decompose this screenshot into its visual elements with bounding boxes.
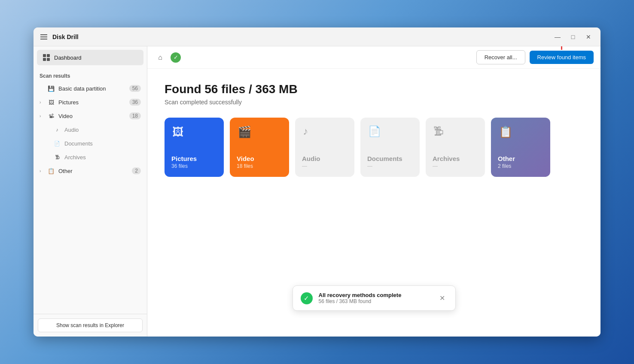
- content-header: ⌂ ✓ Recover all... Review found items: [147, 46, 600, 69]
- card-count: 18 files: [237, 163, 253, 169]
- sidebar-item-count: 36: [129, 99, 141, 106]
- sidebar-item-archives[interactable]: 🗜 Archives: [34, 150, 147, 164]
- home-icon[interactable]: ⌂: [154, 52, 166, 64]
- review-found-items-button[interactable]: Review found items: [530, 51, 594, 64]
- card-count: 36 files: [171, 163, 188, 169]
- recover-all-button[interactable]: Recover all...: [476, 50, 525, 64]
- card-count: —: [302, 163, 307, 169]
- file-card-video[interactable]: 🎬 Video 18 files: [230, 118, 289, 177]
- card-count: 2 files: [498, 163, 511, 169]
- scan-results-label: Scan results: [34, 70, 147, 82]
- sidebar-item-documents[interactable]: 📄 Documents: [34, 136, 147, 150]
- card-label: Documents: [367, 155, 402, 162]
- card-label: Archives: [433, 155, 460, 162]
- title-bar-left: Disk Drill: [39, 33, 551, 41]
- other-card-icon: 📋: [499, 125, 512, 139]
- card-count: —: [367, 163, 372, 169]
- sidebar-item-count: 2: [132, 167, 141, 174]
- red-arrow: [558, 46, 564, 50]
- file-card-archives[interactable]: 🗜 Archives —: [426, 118, 485, 177]
- archives-icon: 🗜: [53, 153, 61, 161]
- card-label: Video: [237, 155, 254, 162]
- other-icon: 📋: [47, 167, 55, 175]
- arrow-line-icon: [561, 46, 562, 50]
- card-label: Other: [498, 155, 515, 162]
- file-card-other[interactable]: 📋 Other 2 files: [491, 118, 550, 177]
- dashboard-label: Dashboard: [54, 55, 82, 61]
- content-wrapper: Found 56 files / 363 MB Scan completed s…: [147, 69, 600, 337]
- notification-text: All recovery methods complete 56 files /…: [319, 292, 402, 304]
- documents-card-icon: 📄: [368, 125, 381, 137]
- sidebar-item-label: Basic data partition: [58, 85, 129, 92]
- chevron-icon: ›: [40, 114, 46, 118]
- scan-status: Scan completed successfully: [165, 99, 583, 106]
- file-cards: 🖼 Pictures 36 files 🎬 Video 18 files: [165, 118, 583, 177]
- documents-icon: 📄: [53, 140, 61, 147]
- sidebar-item-audio[interactable]: ♪ Audio: [34, 123, 147, 136]
- sidebar-item-video[interactable]: › 📽 Video 18: [34, 109, 147, 123]
- pictures-icon: 🖼: [47, 98, 55, 106]
- title-bar: Disk Drill — □ ✕: [34, 27, 600, 46]
- content-area: ⌂ ✓ Recover all... Review found items Fo…: [147, 46, 600, 337]
- main-content: Dashboard Scan results 💾 Basic data part…: [34, 46, 600, 337]
- dashboard-icon: [43, 54, 50, 61]
- video-icon: 📽: [47, 112, 55, 120]
- card-label: Pictures: [171, 155, 197, 162]
- audio-icon: ♪: [53, 126, 61, 133]
- app-title: Disk Drill: [52, 33, 79, 40]
- sidebar-item-label: Pictures: [58, 99, 129, 106]
- dashboard-button[interactable]: Dashboard: [37, 50, 143, 65]
- app-window: Disk Drill — □ ✕ Dashboard Scan results …: [34, 27, 600, 337]
- hdd-icon: 💾: [47, 85, 55, 92]
- sidebar-item-label: Documents: [64, 140, 141, 147]
- sidebar-item-count: 56: [129, 85, 141, 92]
- pictures-card-icon: 🖼: [172, 125, 183, 139]
- show-scan-results-button[interactable]: Show scan results in Explorer: [38, 318, 143, 332]
- sidebar-item-basic-data-partition[interactable]: 💾 Basic data partition 56: [34, 82, 147, 95]
- notification-subtitle: 56 files / 363 MB found: [319, 298, 402, 304]
- sidebar-item-label: Other: [58, 168, 132, 174]
- sidebar-item-other[interactable]: › 📋 Other 2: [34, 164, 147, 178]
- maximize-button[interactable]: □: [566, 30, 580, 44]
- content-body: Found 56 files / 363 MB Scan completed s…: [147, 69, 600, 191]
- card-label: Audio: [302, 155, 320, 162]
- file-card-documents[interactable]: 📄 Documents —: [360, 118, 420, 177]
- review-button-wrapper: Review found items: [530, 51, 594, 64]
- sidebar-footer: Show scan results in Explorer: [34, 314, 147, 337]
- notification-check-icon: ✓: [301, 292, 313, 304]
- sidebar-item-count: 18: [129, 112, 141, 119]
- sidebar-item-label: Video: [58, 113, 129, 119]
- card-count: —: [433, 163, 438, 169]
- hamburger-icon[interactable]: [39, 33, 49, 41]
- found-title: Found 56 files / 363 MB: [165, 82, 583, 96]
- status-checkmark-icon: ✓: [171, 52, 181, 63]
- sidebar: Dashboard Scan results 💾 Basic data part…: [34, 46, 147, 337]
- sidebar-item-label: Audio: [64, 127, 141, 133]
- close-button[interactable]: ✕: [582, 30, 595, 44]
- window-controls: — □ ✕: [551, 30, 595, 44]
- sidebar-item-pictures[interactable]: › 🖼 Pictures 36: [34, 95, 147, 109]
- file-card-pictures[interactable]: 🖼 Pictures 36 files: [165, 118, 224, 177]
- notification-close-button[interactable]: ✕: [437, 293, 448, 303]
- notification-banner: ✓ All recovery methods complete 56 files…: [293, 285, 456, 311]
- sidebar-item-label: Archives: [64, 154, 141, 161]
- audio-card-icon: ♪: [303, 125, 308, 137]
- archives-card-icon: 🗜: [433, 125, 444, 137]
- notification-title: All recovery methods complete: [319, 292, 402, 298]
- chevron-icon: ›: [40, 100, 46, 105]
- file-card-audio[interactable]: ♪ Audio —: [295, 118, 354, 177]
- chevron-icon: ›: [40, 169, 46, 173]
- video-card-icon: 🎬: [238, 125, 251, 139]
- minimize-button[interactable]: —: [551, 30, 564, 44]
